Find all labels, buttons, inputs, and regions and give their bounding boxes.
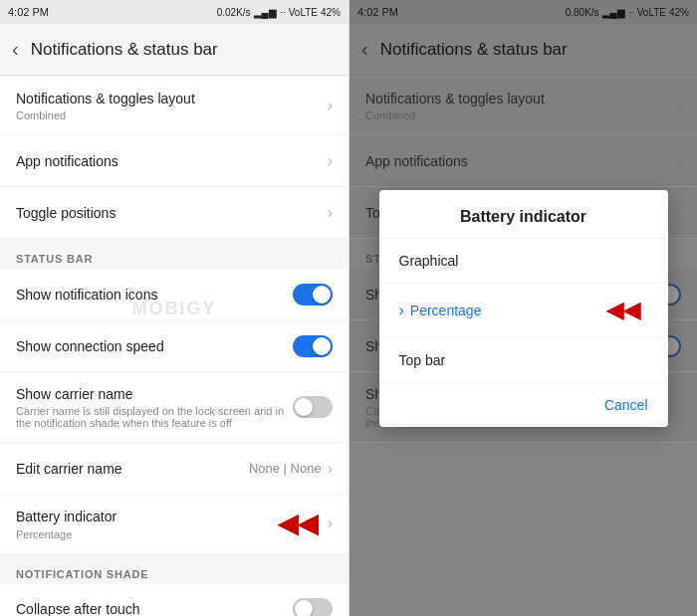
top-bar-label: Top bar xyxy=(399,352,446,368)
page-title-left: Notifications & status bar xyxy=(31,40,218,60)
time-left: 4:02 PM xyxy=(8,6,49,18)
toggle-collapse-after-touch[interactable] xyxy=(293,598,333,616)
nav-item-edit-carrier-name[interactable]: Edit carrier name None | None › xyxy=(0,443,348,495)
chevron-icon: › xyxy=(328,460,333,478)
selected-indicator: › xyxy=(399,302,404,319)
chevron-icon: › xyxy=(328,514,333,532)
item-subtitle: Carrier name is still displayed on the l… xyxy=(16,405,293,429)
left-panel: 4:02 PM 0.02K/s ▂▄▆ ⋅⋅ VoLTE 42% ‹ Notif… xyxy=(0,0,348,616)
dialog-option-top-bar[interactable]: Top bar xyxy=(379,338,668,383)
speed-left: 0.02K/s xyxy=(217,7,251,18)
item-title: Show notification icons xyxy=(16,286,293,304)
toolbar-left: ‹ Notifications & status bar xyxy=(0,24,348,76)
item-title: Notifications & toggles layout xyxy=(16,90,328,107)
battery-indicator-dialog: Battery indicator Graphical › Percentage… xyxy=(379,190,668,427)
toggle-show-carrier-name[interactable] xyxy=(293,396,333,418)
toggle-item-collapse-after-touch[interactable]: Collapse after touch xyxy=(0,584,348,616)
toggle-item-show-conn-speed[interactable]: Show connection speed xyxy=(0,320,348,372)
status-bar-left: 4:02 PM 0.02K/s ▂▄▆ ⋅⋅ VoLTE 42% xyxy=(0,0,348,24)
item-subtitle: Combined xyxy=(16,109,328,121)
item-title: Show connection speed xyxy=(16,337,293,355)
percentage-label: Percentage xyxy=(410,303,482,318)
toggle-item-show-notif-icons[interactable]: Show notification icons xyxy=(0,269,348,320)
dialog-title: Battery indicator xyxy=(379,190,668,239)
wifi-icon-left: ⋅⋅ xyxy=(280,7,286,18)
back-button-left[interactable]: ‹ xyxy=(12,38,19,61)
toggle-show-notif-icons[interactable] xyxy=(293,284,333,306)
red-arrow-battery-left: ◀◀ xyxy=(278,509,318,539)
nav-item-toggles-layout[interactable]: Notifications & toggles layout Combined … xyxy=(0,76,348,135)
volte-left: VoLTE xyxy=(289,7,318,18)
signal-icon-left: ▂▄▆ xyxy=(254,7,277,18)
toggle-show-conn-speed[interactable] xyxy=(293,335,333,357)
chevron-icon: › xyxy=(328,204,333,222)
item-title: Battery indicator xyxy=(16,508,278,525)
nav-item-battery-indicator[interactable]: Battery indicator Percentage ◀◀ › xyxy=(0,495,348,553)
dialog-overlay: Battery indicator Graphical › Percentage… xyxy=(349,0,697,616)
toggle-item-show-carrier-name[interactable]: Show carrier name Carrier name is still … xyxy=(0,372,348,443)
item-title: Edit carrier name xyxy=(16,460,249,478)
right-panel: 4:02 PM 0.80K/s ▂▄▆ ⋅⋅ VoLTE 42% ‹ Notif… xyxy=(348,0,697,616)
battery-left: 42% xyxy=(321,7,341,18)
section-header-notif-shade: NOTIFICATION SHADE xyxy=(0,554,348,584)
chevron-icon: › xyxy=(328,152,333,170)
chevron-icon: › xyxy=(328,97,333,114)
nav-item-app-notifications[interactable]: App notifications › xyxy=(0,135,348,187)
item-title: Toggle positions xyxy=(16,204,328,222)
graphical-label: Graphical xyxy=(399,253,459,269)
section-header-status-bar-left: STATUS BAR xyxy=(0,239,348,269)
nav-item-toggle-positions[interactable]: Toggle positions › xyxy=(0,187,348,239)
dialog-cancel-button[interactable]: Cancel xyxy=(379,383,668,427)
item-subtitle: Percentage xyxy=(16,528,278,540)
item-title: App notifications xyxy=(16,152,328,170)
settings-list-left: Notifications & toggles layout Combined … xyxy=(0,76,348,616)
dialog-option-percentage[interactable]: › Percentage ◀◀ xyxy=(379,284,668,338)
item-title: Collapse after touch xyxy=(16,600,293,616)
carrier-value: None | None xyxy=(249,461,322,476)
red-arrow-percentage: ◀◀ xyxy=(606,298,640,323)
item-title: Show carrier name xyxy=(16,385,293,403)
dialog-option-graphical[interactable]: Graphical xyxy=(379,239,668,284)
